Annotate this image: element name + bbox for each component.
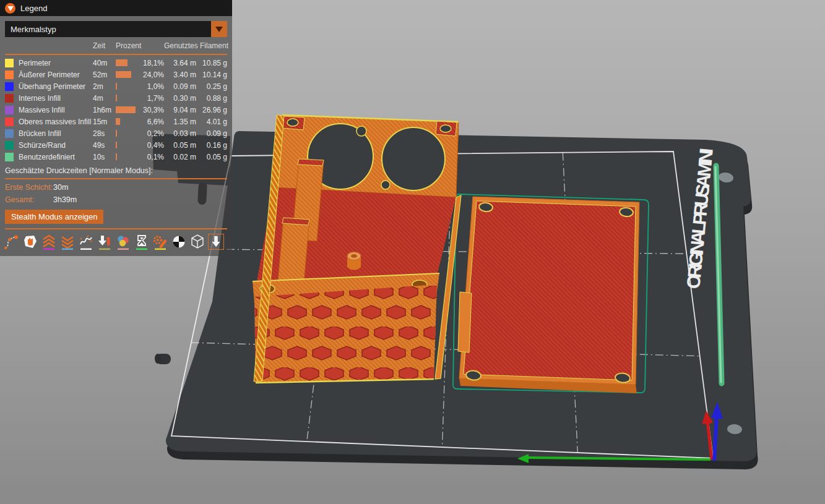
divider (5, 54, 227, 55)
prusa-logo-icon (5, 3, 15, 14)
percent-bar (116, 83, 138, 90)
model-enclosure[interactable] (253, 115, 461, 383)
total-label: Gesamt: (5, 195, 53, 204)
col-percent: Prozent (116, 41, 164, 50)
feature-time: 52m (93, 70, 116, 79)
view-type-dropdown[interactable]: Merkmalstyp (5, 21, 227, 37)
legend-title: Legend (20, 4, 47, 13)
percent-bar (116, 71, 138, 78)
feature-meters: 0.09 m (164, 82, 196, 91)
feature-time: 10s (93, 153, 116, 161)
tool-marker-icon[interactable] (208, 234, 224, 250)
col-time: Zeit (93, 41, 116, 50)
feature-grams: 0.09 g (196, 129, 227, 138)
shells-icon[interactable] (189, 234, 205, 250)
travel-icon[interactable] (4, 234, 20, 250)
model-lid[interactable] (453, 194, 649, 393)
divider (5, 178, 227, 179)
feature-time: 40m (93, 59, 116, 67)
retractions-icon[interactable] (41, 234, 57, 250)
percent-bar (116, 142, 138, 148)
feature-color-swatch (5, 117, 14, 126)
feature-time: 4m (93, 94, 116, 103)
wipe-icon[interactable] (22, 234, 38, 250)
feature-color-swatch (5, 141, 14, 150)
feature-time: 49s (93, 141, 116, 150)
custom-gcodes-icon[interactable] (152, 234, 168, 250)
first-layer-label: Erste Schicht: (5, 183, 53, 192)
feature-meters: 0.02 m (164, 153, 196, 161)
feature-grams: 0.16 g (196, 141, 227, 150)
feature-percent: 0,1% (138, 153, 164, 161)
tool-changes-icon[interactable] (97, 234, 113, 250)
divider (5, 228, 227, 229)
color-changes-icon[interactable] (115, 234, 131, 250)
percent-bar (116, 106, 138, 113)
feature-label: Äußerer Perimeter (19, 70, 93, 79)
feature-grams: 10.85 g (196, 59, 227, 67)
feature-label: Perimeter (19, 59, 93, 67)
feature-color-swatch (5, 59, 14, 67)
feature-color-swatch (5, 94, 14, 103)
percent-bar (116, 118, 138, 125)
bed-pin (155, 354, 171, 364)
gcode-viewer-window: ORIGINAL PRUSA MINI (0, 0, 825, 504)
feature-grams: 10.14 g (196, 70, 227, 79)
feature-color-swatch (5, 129, 14, 138)
feature-color-swatch (5, 153, 14, 161)
feature-label: Oberes massives Infill (19, 117, 93, 126)
feature-meters: 0.30 m (164, 94, 196, 103)
feature-percent: 1,0% (138, 82, 164, 91)
feature-color-swatch (5, 106, 14, 114)
feature-grams: 0.25 g (196, 82, 227, 91)
feature-label: Schürze/Rand (19, 141, 93, 150)
feature-grams: 0.88 g (196, 94, 227, 103)
feature-label: Massives Infill (19, 106, 93, 114)
feature-meters: 0.05 m (164, 141, 196, 150)
dropdown-value: Merkmalstyp (5, 25, 211, 34)
percent-bar (116, 130, 138, 137)
feature-table: Perimeter40m18,1%3.64 m10.85 gÄußerer Pe… (0, 57, 232, 163)
percent-bar (116, 153, 138, 160)
table-row: Massives Infill1h6m30,3%9.04 m26.96 g (0, 104, 232, 116)
feature-meters: 1.35 m (164, 117, 196, 126)
print-times-heading: Geschätzte Druckzeiten [Normaler Modus]: (0, 163, 232, 176)
percent-bar (116, 95, 138, 101)
feature-meters: 3.64 m (164, 59, 196, 67)
feature-percent: 0,2% (138, 129, 164, 138)
stealth-mode-button[interactable]: Stealth Modus anzeigen (5, 210, 103, 224)
col-filament: Genutztes Filament (164, 41, 227, 50)
feature-meters: 9.04 m (164, 106, 196, 114)
feature-grams: 26.96 g (196, 106, 227, 114)
table-row: Benutzerdefiniert10s0,1%0.02 m0.05 g (0, 151, 232, 163)
table-row: Schürze/Rand49s0,4%0.05 m0.16 g (0, 139, 232, 151)
table-row: Überhang Perimeter2m1,0%0.09 m0.25 g (0, 80, 232, 92)
legend-header: Legend (0, 0, 232, 16)
seams-icon[interactable] (78, 234, 94, 250)
feature-label: Überhang Perimeter (19, 82, 93, 91)
feature-label: Brücken Infill (19, 129, 93, 138)
feature-percent: 6,6% (138, 117, 164, 126)
feature-percent: 24,0% (138, 70, 164, 79)
table-row: Äußerer Perimeter52m24,0%3.40 m10.14 g (0, 69, 232, 80)
feature-meters: 0.03 m (164, 129, 196, 138)
chevron-down-icon[interactable] (211, 21, 227, 37)
feature-time: 15m (93, 117, 116, 126)
table-row: Brücken Infill28s0,2%0.03 m0.09 g (0, 127, 232, 139)
table-row: Oberes massives Infill15m6,6%1.35 m4.01 … (0, 116, 232, 127)
feature-grams: 4.01 g (196, 117, 227, 126)
deretractions-icon[interactable] (59, 234, 76, 250)
first-layer-value: 30m (53, 183, 227, 192)
table-row: Perimeter40m18,1%3.64 m10.85 g (0, 57, 232, 69)
first-layer-time: Erste Schicht: 30m (0, 181, 232, 194)
center-of-mass-icon[interactable] (171, 234, 187, 250)
feature-percent: 30,3% (138, 106, 164, 114)
pause-prints-icon[interactable] (134, 234, 150, 250)
legend-panel: Legend Merkmalstyp Zeit Prozent Genutzte… (0, 0, 232, 256)
lid-tab (458, 292, 472, 352)
feature-label: Benutzerdefiniert (19, 153, 93, 161)
feature-percent: 1,7% (138, 94, 164, 103)
feature-percent: 0,4% (138, 141, 164, 150)
feature-label: Internes Infill (19, 94, 93, 103)
feature-time: 28s (93, 129, 116, 138)
